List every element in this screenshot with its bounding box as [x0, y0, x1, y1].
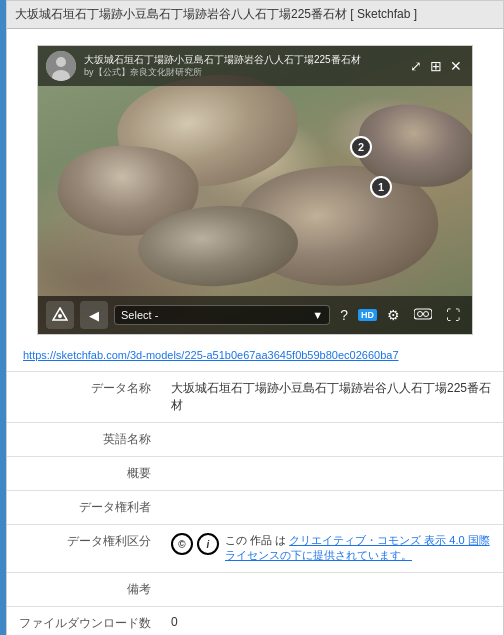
- cc-circle-icon: ©: [171, 533, 193, 555]
- viewer-toolbar: ◀ Select - ▼ ? HD ⚙: [38, 296, 472, 334]
- field-license-value: © i この 作品 は クリエイティブ・コモンズ 表示 4.0 国際 ライセンス…: [163, 525, 503, 573]
- hd-badge: HD: [358, 309, 377, 321]
- field-license-label: データ権利区分: [7, 525, 163, 573]
- field-rights-holder-value: [163, 491, 503, 525]
- close-icon[interactable]: ✕: [448, 56, 464, 76]
- select-arrow: ▼: [312, 309, 323, 321]
- field-english-value: [163, 423, 503, 457]
- field-overview-row: 概要: [7, 457, 503, 491]
- expand-icon[interactable]: ⊞: [428, 56, 444, 76]
- field-downloads-row: ファイルダウンロード数 0: [7, 606, 503, 635]
- help-icon[interactable]: ?: [336, 305, 352, 325]
- fullscreen-icon[interactable]: ⛶: [442, 305, 464, 325]
- field-english-row: 英語名称: [7, 423, 503, 457]
- field-downloads-value: 0: [163, 606, 503, 635]
- field-name-label: データ名称: [7, 372, 163, 423]
- annotation-select[interactable]: Select - ▼: [114, 305, 330, 325]
- field-overview-value: [163, 457, 503, 491]
- annotation-badge-1[interactable]: 1: [370, 176, 392, 198]
- cc-license-block: © i この 作品 は クリエイティブ・コモンズ 表示 4.0 国際 ライセンス…: [171, 533, 495, 564]
- field-license-row: データ権利区分 © i: [7, 525, 503, 573]
- sketchfab-url-row: https://sketchfab.com/3d-models/225-a51b…: [7, 343, 503, 367]
- info-table: データ名称 大坂城石垣石丁場跡小豆島石丁場跡岩谷八人石丁場225番石材 英語名称…: [7, 371, 503, 635]
- sketchfab-link[interactable]: https://sketchfab.com/3d-models/225-a51b…: [23, 349, 399, 361]
- svg-point-1: [56, 57, 66, 67]
- viewer-logo-btn[interactable]: [46, 301, 74, 329]
- viewer-topbar-icons: ⤢ ⊞ ✕: [408, 56, 464, 76]
- svg-point-6: [418, 312, 423, 317]
- window-title: 大坂城石垣石丁場跡小豆島石丁場跡岩谷八人石丁場225番石材 [ Sketchfa…: [7, 1, 503, 29]
- field-downloads-label: ファイルダウンロード数: [7, 606, 163, 635]
- field-overview-label: 概要: [7, 457, 163, 491]
- field-english-label: 英語名称: [7, 423, 163, 457]
- 3d-viewer[interactable]: 大坂城石垣石丁場跡小豆島石丁場跡岩谷八人石丁場225番石材 by【公式】奈良文化…: [37, 45, 473, 335]
- cc-attribution-icon: i: [197, 533, 219, 555]
- field-notes-row: 備考: [7, 572, 503, 606]
- field-notes-label: 備考: [7, 572, 163, 606]
- viewer-avatar: [46, 51, 76, 81]
- viewer-subtitle: by【公式】奈良文化財研究所: [84, 66, 400, 79]
- share-icon[interactable]: ⤢: [408, 56, 424, 76]
- cc-license-link[interactable]: クリエイティブ・コモンズ 表示 4.0 国際 ライセンスの下に提供されています。: [225, 534, 490, 561]
- field-name-row: データ名称 大坂城石垣石丁場跡小豆島石丁場跡岩谷八人石丁場225番石材: [7, 372, 503, 423]
- settings-icon[interactable]: ⚙: [383, 305, 404, 325]
- prev-annotation-btn[interactable]: ◀: [80, 301, 108, 329]
- field-rights-holder-label: データ権利者: [7, 491, 163, 525]
- viewer-title-block: 大坂城石垣石丁場跡小豆島石丁場跡岩谷八人石丁場225番石材 by【公式】奈良文化…: [84, 53, 400, 79]
- field-rights-holder-row: データ権利者: [7, 491, 503, 525]
- svg-point-4: [58, 314, 62, 318]
- field-name-value: 大坂城石垣石丁場跡小豆島石丁場跡岩谷八人石丁場225番石材: [163, 372, 503, 423]
- left-accent-bar: [0, 0, 6, 635]
- vr-icon[interactable]: [410, 305, 436, 325]
- cc-license-text: この 作品 は クリエイティブ・コモンズ 表示 4.0 国際 ライセンスの下に提…: [225, 533, 495, 564]
- annotation-badge-2[interactable]: 2: [350, 136, 372, 158]
- select-label: Select -: [121, 309, 158, 321]
- viewer-title-text: 大坂城石垣石丁場跡小豆島石丁場跡岩谷八人石丁場225番石材: [84, 53, 400, 66]
- viewer-topbar: 大坂城石垣石丁場跡小豆島石丁場跡岩谷八人石丁場225番石材 by【公式】奈良文化…: [38, 46, 472, 86]
- cc-icons: © i: [171, 533, 219, 555]
- field-notes-value: [163, 572, 503, 606]
- svg-point-7: [424, 312, 429, 317]
